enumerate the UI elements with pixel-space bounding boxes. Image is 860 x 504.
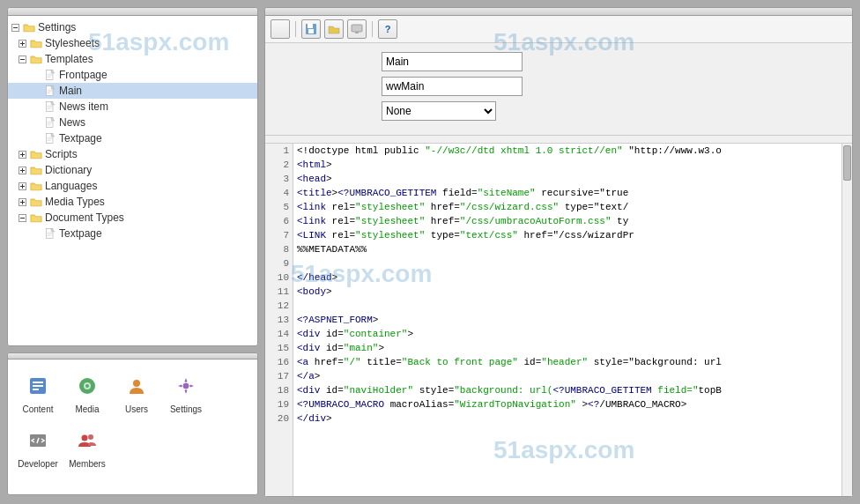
alias-row <box>276 77 841 96</box>
section-item-content[interactable]: Content <box>15 367 61 418</box>
section-item-settings[interactable]: Settings <box>163 367 209 418</box>
page-icon-main <box>43 85 57 97</box>
tree-item-templates[interactable]: Templates <box>8 51 257 67</box>
code-line: %%METADATA%% <box>297 242 849 256</box>
section-label-members: Members <box>69 459 106 469</box>
tree-label-newsitem: News item <box>59 100 108 113</box>
folder-icon-languages <box>29 180 43 192</box>
page-icon-textpage2 <box>43 227 57 240</box>
code-line: <a href="/" title="Back to front page" i… <box>297 355 849 369</box>
line-number: 3 <box>265 172 293 186</box>
tree-label-templates: Templates <box>45 53 93 65</box>
open-folder-button[interactable] <box>324 19 344 39</box>
tree-item-frontpage[interactable]: Frontpage <box>8 67 257 83</box>
save-button[interactable] <box>301 19 321 39</box>
tree-label-dictionary: Dictionary <box>45 164 92 176</box>
code-line: <html> <box>297 158 849 172</box>
scrollbar-thumb[interactable] <box>843 145 851 181</box>
tree-expander-scripts[interactable] <box>15 147 29 161</box>
svg-point-51 <box>85 384 89 388</box>
code-line: <div id="main"> <box>297 341 849 355</box>
edit-template-title <box>265 8 852 16</box>
section-item-media[interactable]: Media <box>64 367 110 418</box>
folder-icon-mediatypes <box>29 196 43 208</box>
folder-icon-settings <box>22 21 36 33</box>
name-row <box>276 52 841 71</box>
tree-expander-textpage <box>29 131 43 145</box>
tree-label-mediatypes: Media Types <box>45 196 105 208</box>
tree-item-stylesheets[interactable]: Stylesheets <box>8 35 257 51</box>
section-item-developer[interactable]: Developer <box>15 421 61 472</box>
tree-item-news[interactable]: News <box>8 115 257 130</box>
tree-item-textpage[interactable]: Textpage <box>8 130 257 146</box>
tree-label-languages: Languages <box>45 180 97 192</box>
code-area[interactable]: 1234567891011121314151617181920 <!doctyp… <box>265 144 852 496</box>
tree-label-textpage2: Textpage <box>59 227 102 240</box>
line-number: 13 <box>265 313 293 327</box>
alias-input[interactable] <box>382 77 523 96</box>
line-number: 6 <box>265 214 293 228</box>
line-number: 1 <box>265 144 293 158</box>
tree-expander-doctypes[interactable] <box>15 211 29 225</box>
tree-item-mediatypes[interactable]: Media Types <box>8 194 257 210</box>
toolbar-separator-1 <box>295 21 296 37</box>
code-line: <body> <box>297 285 849 299</box>
tree-expander-settings[interactable] <box>8 20 22 34</box>
tree-item-newsitem[interactable]: News item <box>8 99 257 115</box>
tree-label-settings: Settings <box>38 21 76 33</box>
section-icon-developer <box>22 425 54 456</box>
tree-label-frontpage: Frontpage <box>59 69 108 81</box>
code-line: <div id="naviHolder" style="background: … <box>297 383 849 397</box>
svg-rect-62 <box>355 32 359 33</box>
tree-item-languages[interactable]: Languages <box>8 178 257 194</box>
tree-expander-dictionary[interactable] <box>15 163 29 177</box>
tree-item-textpage2[interactable]: Textpage <box>8 226 257 241</box>
tree-expander-textpage2 <box>29 226 43 241</box>
section-label-developer: Developer <box>18 459 58 469</box>
code-line: <div id="container"> <box>297 327 849 341</box>
tree-expander-languages[interactable] <box>15 179 29 193</box>
svg-point-57 <box>88 434 93 440</box>
tree-expander-stylesheets[interactable] <box>15 36 29 50</box>
folder-icon-stylesheets <box>29 37 43 49</box>
tree-area[interactable]: SettingsStylesheetsTemplatesFrontpageMai… <box>8 16 257 345</box>
tree-label-main: Main <box>59 85 82 97</box>
settings-tree-panel: SettingsStylesheetsTemplatesFrontpageMai… <box>7 7 258 346</box>
name-input[interactable] <box>382 52 523 71</box>
tree-label-stylesheets: Stylesheets <box>45 37 100 49</box>
line-number: 11 <box>265 285 293 299</box>
line-number: 9 <box>265 256 293 271</box>
tree-item-dictionary[interactable]: Dictionary <box>8 162 257 178</box>
tree-item-settings[interactable]: Settings <box>8 19 257 35</box>
section-label-users: Users <box>125 404 148 414</box>
tree-label-doctypes: Document Types <box>45 211 124 224</box>
monitor-button[interactable] <box>347 19 367 39</box>
section-icon-media <box>71 370 103 402</box>
line-number: 16 <box>265 355 293 369</box>
tree-expander-mediatypes[interactable] <box>15 195 29 209</box>
tree-expander-templates[interactable] <box>15 52 29 66</box>
section-item-users[interactable]: Users <box>114 367 159 418</box>
line-number: 2 <box>265 158 293 172</box>
section-label-content: Content <box>22 404 53 414</box>
vertical-scrollbar[interactable] <box>841 144 852 496</box>
code-content[interactable]: <!doctype html public "-//w3c//dtd xhtml… <box>293 144 852 496</box>
code-line: <head> <box>297 172 849 186</box>
back-button[interactable] <box>271 19 290 39</box>
line-number: 8 <box>265 242 293 256</box>
line-number: 15 <box>265 341 293 355</box>
tree-item-main[interactable]: Main <box>8 83 257 99</box>
help-button[interactable]: ? <box>378 19 397 39</box>
form-area: None <box>265 43 852 136</box>
svg-point-53 <box>182 382 189 389</box>
folder-icon-scripts <box>29 148 43 160</box>
tree-expander-frontpage <box>29 68 43 82</box>
folder-icon-templates <box>29 53 43 65</box>
tree-item-doctypes[interactable]: Document Types <box>8 210 257 226</box>
section-item-members[interactable]: Members <box>64 421 110 472</box>
sections-panel: ContentMediaUsersSettingsDeveloperMember… <box>7 352 258 495</box>
tree-item-scripts[interactable]: Scripts <box>8 146 257 162</box>
page-icon-newsitem <box>43 100 57 113</box>
section-icon-members <box>71 425 103 456</box>
master-select[interactable]: None <box>382 101 496 121</box>
